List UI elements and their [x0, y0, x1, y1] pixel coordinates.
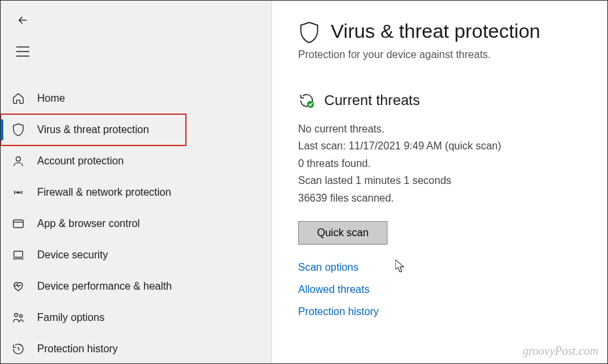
- sidebar-item-home[interactable]: Home: [1, 83, 271, 114]
- laptop-icon: [11, 248, 25, 262]
- sidebar-item-account[interactable]: Account protection: [1, 145, 271, 177]
- duration-line: Scan lasted 1 minutes 1 seconds: [298, 172, 581, 189]
- person-icon: [11, 154, 25, 168]
- sidebar-item-label: Device performance & health: [37, 281, 172, 292]
- sidebar-item-label: Home: [37, 93, 65, 104]
- found-line: 0 threats found.: [298, 155, 581, 172]
- nav: Home Virus & threat protection Account p…: [1, 83, 271, 364]
- home-icon: [11, 91, 25, 106]
- scan-options-link[interactable]: Scan options: [298, 262, 581, 273]
- sidebar-item-firewall[interactable]: Firewall & network protection: [1, 177, 271, 208]
- back-button[interactable]: [8, 10, 35, 31]
- arrow-left-icon: [16, 14, 29, 27]
- shield-icon: [11, 123, 25, 137]
- files-line: 36639 files scanned.: [298, 190, 581, 207]
- quick-scan-button[interactable]: Quick scan: [298, 221, 388, 245]
- svg-point-10: [20, 314, 22, 317]
- sidebar-item-virus-threat[interactable]: Virus & threat protection: [1, 114, 186, 145]
- sidebar-item-label: Account protection: [37, 155, 124, 167]
- sidebar-item-label: Firewall & network protection: [37, 187, 171, 198]
- last-scan-line: Last scan: 11/17/2021 9:49 AM (quick sca…: [298, 138, 581, 155]
- shield-icon: [298, 20, 320, 42]
- hamburger-icon: [16, 46, 29, 57]
- protection-history-link[interactable]: Protection history: [298, 306, 581, 318]
- allowed-threats-link[interactable]: Allowed threats: [298, 284, 581, 296]
- svg-point-4: [18, 192, 20, 194]
- sidebar-item-label: Virus & threat protection: [37, 124, 149, 136]
- sidebar-item-device-security[interactable]: Device security: [1, 239, 271, 271]
- history-check-icon: [298, 92, 315, 109]
- heart-pulse-icon: [11, 279, 25, 294]
- section-title: Current threats: [324, 92, 420, 109]
- sidebar-item-family[interactable]: Family options: [1, 302, 271, 333]
- page-title: Virus & threat protection: [331, 20, 540, 42]
- antenna-icon: [11, 185, 25, 200]
- svg-rect-7: [14, 251, 22, 257]
- page-subtitle: Protection for your device against threa…: [298, 49, 581, 61]
- threat-status: No current threats. Last scan: 11/17/202…: [298, 121, 581, 207]
- history-icon: [11, 342, 25, 356]
- sidebar-item-performance[interactable]: Device performance & health: [1, 271, 271, 302]
- main-content: Virus & threat protection Protection for…: [272, 1, 607, 363]
- svg-point-3: [16, 157, 21, 161]
- watermark: groovyPost.com: [523, 344, 598, 358]
- menu-button[interactable]: [8, 41, 35, 62]
- sidebar-item-label: Device security: [37, 249, 108, 261]
- status-line: No current threats.: [298, 121, 581, 138]
- svg-point-9: [14, 313, 18, 316]
- app-icon: [11, 217, 25, 231]
- svg-rect-5: [14, 220, 23, 228]
- sidebar-item-history[interactable]: Protection history: [1, 333, 271, 364]
- family-icon: [11, 311, 25, 325]
- sidebar-item-label: Family options: [37, 312, 104, 324]
- sidebar-item-label: Protection history: [37, 343, 118, 355]
- sidebar-item-label: App & browser control: [37, 218, 140, 230]
- sidebar-item-app-browser[interactable]: App & browser control: [1, 208, 271, 239]
- sidebar: Home Virus & threat protection Account p…: [1, 1, 272, 363]
